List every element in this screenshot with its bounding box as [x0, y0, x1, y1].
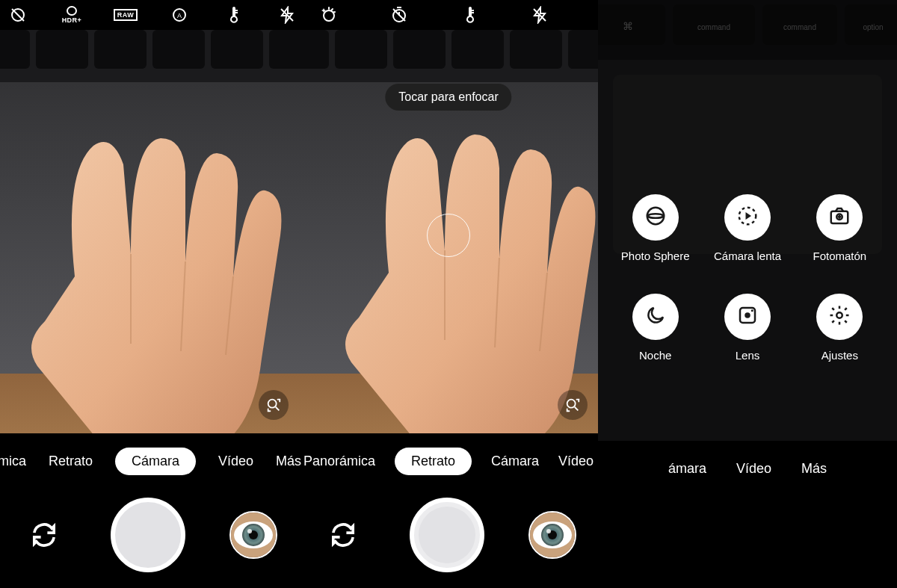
- more-item-label: Photo Sphere: [621, 250, 690, 262]
- more-item-label: Noche: [639, 349, 671, 362]
- thermometer-icon[interactable]: [460, 6, 478, 24]
- white-balance-auto-icon[interactable]: A: [170, 6, 188, 24]
- gallery-thumbnail[interactable]: [528, 511, 576, 559]
- photosphere-icon: [644, 205, 667, 230]
- face-retouch-icon[interactable]: [320, 6, 338, 24]
- more-item-label: Fotomatón: [813, 250, 866, 262]
- mode-video[interactable]: Vídeo: [736, 461, 771, 477]
- svg-rect-16: [269, 30, 299, 69]
- more-item-settings[interactable]: Ajustes: [798, 294, 882, 362]
- more-options-grid: Photo Sphere Cámara lenta Fotomatón Noch…: [598, 194, 897, 362]
- flash-off-icon[interactable]: [531, 6, 549, 24]
- svg-point-23: [247, 529, 252, 533]
- mode-video[interactable]: Vídeo: [218, 454, 253, 469]
- svg-rect-12: [36, 30, 88, 69]
- more-item-photosphere[interactable]: Photo Sphere: [613, 194, 697, 262]
- more-item-label: Lens: [736, 349, 760, 362]
- motion-off-icon[interactable]: [9, 6, 27, 24]
- more-item-slowmotion[interactable]: Cámara lenta: [705, 194, 789, 262]
- svg-point-42: [567, 400, 576, 408]
- photobooth-icon: [828, 205, 851, 230]
- svg-point-24: [324, 10, 334, 21]
- more-panel-backdrop: ⌘ command command option Photo Sphere Cá…: [598, 0, 897, 441]
- top-toolbar: [299, 0, 598, 30]
- slowmotion-icon: [736, 205, 759, 230]
- svg-point-48: [546, 529, 551, 533]
- thermometer-icon[interactable]: [224, 6, 242, 24]
- svg-line-18: [276, 407, 280, 411]
- svg-point-68: [745, 312, 750, 318]
- camera-screen-more: ⌘ command command option Photo Sphere Cá…: [598, 0, 897, 588]
- svg-rect-38: [393, 30, 446, 69]
- mode-retrato[interactable]: Retrato: [49, 454, 93, 469]
- switch-camera-button[interactable]: [321, 513, 366, 557]
- lens-icon: [736, 304, 759, 329]
- more-item-lens[interactable]: Lens: [705, 294, 789, 362]
- mode-mas[interactable]: Más: [276, 454, 301, 469]
- raw-icon[interactable]: RAW: [117, 6, 135, 24]
- zoom-expand-icon[interactable]: [259, 390, 289, 420]
- svg-rect-41: [568, 30, 598, 69]
- switch-camera-button[interactable]: [22, 513, 67, 557]
- bottom-controls: [299, 490, 598, 580]
- svg-rect-15: [211, 30, 263, 69]
- hdr-plus-icon[interactable]: HDR+: [63, 6, 81, 24]
- svg-rect-39: [451, 30, 504, 69]
- svg-rect-37: [335, 30, 387, 69]
- svg-marker-62: [745, 212, 751, 220]
- mode-camara-partial[interactable]: ámara: [668, 461, 706, 477]
- svg-rect-40: [510, 30, 562, 69]
- night-icon: [644, 304, 667, 329]
- mode-panoramica[interactable]: Panorámica: [303, 454, 375, 469]
- mode-panoramica-partial[interactable]: mica: [0, 454, 26, 469]
- viewfinder[interactable]: Tocar para enfocar: [299, 30, 598, 433]
- mode-carousel[interactable]: ámara Vídeo Más: [598, 448, 897, 489]
- viewfinder[interactable]: [0, 30, 299, 433]
- mode-carousel[interactable]: Panorámica Retrato Cámara Vídeo: [299, 441, 598, 481]
- svg-point-60: [647, 208, 664, 225]
- mode-camara[interactable]: Cámara: [491, 454, 539, 469]
- svg-text:A: A: [177, 12, 182, 19]
- timer-off-icon[interactable]: [390, 6, 408, 24]
- zoom-expand-icon[interactable]: [558, 390, 588, 420]
- focus-ring-indicator: [427, 214, 470, 257]
- camera-screen-retrato: Tocar para enfocar Panorámica Retrato Cá…: [299, 0, 598, 588]
- svg-rect-11: [0, 30, 30, 69]
- settings-icon: [828, 304, 851, 329]
- svg-rect-13: [94, 30, 147, 69]
- more-item-label: Ajustes: [822, 349, 858, 362]
- top-toolbar: HDR+ RAW A: [0, 0, 299, 30]
- gallery-thumbnail[interactable]: [229, 511, 277, 559]
- svg-rect-14: [152, 30, 205, 69]
- svg-line-43: [575, 407, 579, 411]
- mode-carousel[interactable]: mica Retrato Cámara Vídeo Más: [0, 441, 299, 481]
- mode-retrato[interactable]: Retrato: [395, 448, 472, 475]
- camera-screen-camera: HDR+ RAW A: [0, 0, 299, 588]
- shutter-button[interactable]: [111, 498, 185, 572]
- more-item-label: Cámara lenta: [714, 250, 781, 262]
- svg-rect-36: [299, 30, 329, 69]
- mode-video-partial[interactable]: Vídeo: [558, 454, 594, 469]
- svg-point-69: [751, 309, 753, 312]
- svg-point-17: [268, 400, 277, 408]
- shutter-button[interactable]: [410, 498, 484, 572]
- focus-hint-toast: Tocar para enfocar: [385, 84, 511, 111]
- mode-mas[interactable]: Más: [801, 461, 827, 477]
- more-item-night[interactable]: Noche: [613, 294, 697, 362]
- flash-off-icon[interactable]: [278, 6, 296, 24]
- bottom-controls: [0, 490, 299, 580]
- more-item-photobooth[interactable]: Fotomatón: [798, 194, 882, 262]
- svg-point-70: [837, 312, 843, 318]
- mode-camara[interactable]: Cámara: [115, 448, 196, 475]
